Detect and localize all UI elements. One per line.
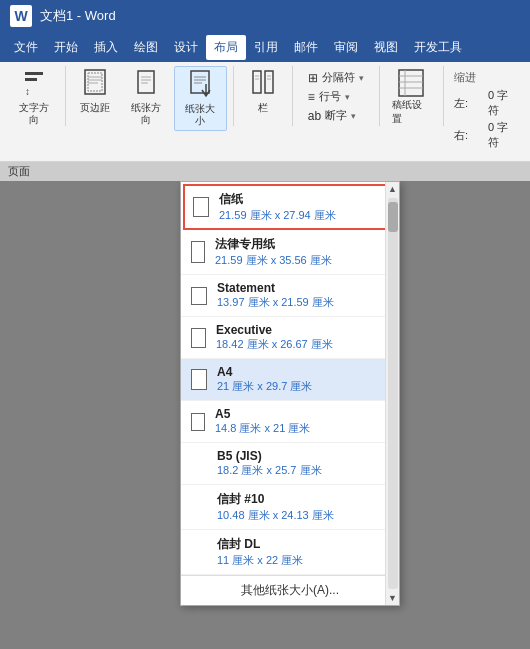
b5-item-text: B5 (JIS) 18.2 厘米 x 25.7 厘米 bbox=[191, 449, 322, 478]
letter-name: 信纸 bbox=[219, 191, 336, 208]
hyphenation-label: 断字 bbox=[325, 108, 347, 123]
dropdown-item-envdl[interactable]: 信封 DL 11 厘米 x 22 厘米 bbox=[181, 530, 399, 575]
page-size-icon bbox=[188, 70, 212, 101]
ribbon-margins[interactable]: 页边距 bbox=[72, 66, 118, 117]
orientation-label: 纸张方向 bbox=[126, 102, 165, 126]
indent-section: 缩进 左: 0 字符 右: 0 字符 bbox=[450, 66, 522, 155]
indent-right-label: 右: bbox=[454, 128, 484, 143]
letter-item-text: 信纸 21.59 厘米 x 27.94 厘米 bbox=[219, 191, 336, 223]
legal-item-text: 法律专用纸 21.59 厘米 x 35.56 厘米 bbox=[215, 236, 332, 268]
divider-5 bbox=[443, 66, 444, 126]
dropdown-item-b5[interactable]: B5 (JIS) 18.2 厘米 x 25.7 厘米 bbox=[181, 443, 399, 485]
dropdown-item-executive[interactable]: Executive 18.42 厘米 x 26.67 厘米 bbox=[181, 317, 399, 359]
legal-paper-icon bbox=[191, 241, 205, 263]
envdl-name: 信封 DL bbox=[217, 536, 303, 553]
menu-draw[interactable]: 绘图 bbox=[126, 35, 166, 60]
menu-developer[interactable]: 开发工具 bbox=[406, 35, 470, 60]
columns-label: 栏 bbox=[258, 102, 268, 114]
svg-rect-8 bbox=[138, 71, 154, 93]
a4-name: A4 bbox=[217, 365, 312, 379]
menu-layout[interactable]: 布局 bbox=[206, 35, 246, 60]
indent-left-value: 0 字符 bbox=[488, 88, 518, 118]
dropdown-item-letter[interactable]: 信纸 21.59 厘米 x 27.94 厘米 bbox=[183, 184, 397, 230]
ribbon-text-direction[interactable]: ↕ 文字方向 bbox=[8, 66, 59, 129]
divider-4 bbox=[379, 66, 380, 126]
letter-paper-icon bbox=[193, 197, 209, 217]
menu-bar: 文件 开始 插入 绘图 设计 布局 引用 邮件 审阅 视图 开发工具 bbox=[0, 32, 530, 62]
dropdown-item-legal[interactable]: 法律专用纸 21.59 厘米 x 35.56 厘米 bbox=[181, 230, 399, 275]
svg-rect-23 bbox=[399, 70, 423, 96]
menu-design[interactable]: 设计 bbox=[166, 35, 206, 60]
ribbon-orientation[interactable]: 纸张方向 bbox=[120, 66, 171, 129]
envdl-size: 11 厘米 x 22 厘米 bbox=[217, 553, 303, 568]
a5-name: A5 bbox=[215, 407, 310, 421]
separator-icon: ⊞ bbox=[308, 71, 318, 85]
svg-rect-17 bbox=[253, 71, 261, 93]
hyphenation-chevron: ▾ bbox=[351, 111, 356, 121]
dropdown-footer[interactable]: 其他纸张大小(A)... bbox=[181, 575, 399, 605]
ribbon-separator[interactable]: ⊞ 分隔符 ▾ bbox=[303, 68, 369, 87]
scroll-thumb[interactable] bbox=[388, 202, 398, 232]
indent-left-label: 左: bbox=[454, 96, 484, 111]
dropdown-item-a4[interactable]: A4 21 厘米 x 29.7 厘米 bbox=[181, 359, 399, 401]
window-title: 文档1 - Word bbox=[40, 7, 116, 25]
scroll-up-button[interactable]: ▲ bbox=[386, 182, 400, 196]
legal-name: 法律专用纸 bbox=[215, 236, 332, 253]
dropdown-item-a5[interactable]: A5 14.8 厘米 x 21 厘米 bbox=[181, 401, 399, 443]
indent-title: 缩进 bbox=[454, 70, 518, 85]
divider-2 bbox=[233, 66, 234, 126]
letter-size: 21.59 厘米 x 27.94 厘米 bbox=[219, 208, 336, 223]
menu-mailings[interactable]: 邮件 bbox=[286, 35, 326, 60]
line-numbers-icon: ≡ bbox=[308, 90, 315, 104]
svg-text:↕: ↕ bbox=[25, 86, 30, 97]
scroll-track bbox=[388, 198, 398, 589]
menu-review[interactable]: 审阅 bbox=[326, 35, 366, 60]
scroll-down-button[interactable]: ▼ bbox=[386, 591, 400, 605]
dropdown-item-statement[interactable]: Statement 13.97 厘米 x 21.59 厘米 bbox=[181, 275, 399, 317]
menu-insert[interactable]: 插入 bbox=[86, 35, 126, 60]
executive-name: Executive bbox=[216, 323, 333, 337]
statement-name: Statement bbox=[217, 281, 334, 295]
menu-view[interactable]: 视图 bbox=[366, 35, 406, 60]
hyphenation-icon: ab bbox=[308, 109, 321, 123]
page-size-label: 纸张大小 bbox=[181, 103, 220, 127]
title-bar: W 文档1 - Word bbox=[0, 0, 530, 32]
a4-paper-icon bbox=[191, 369, 207, 390]
page-area-bar: 页面 bbox=[0, 162, 530, 181]
divider-3 bbox=[292, 66, 293, 126]
a5-item-text: A5 14.8 厘米 x 21 厘米 bbox=[215, 407, 310, 436]
menu-references[interactable]: 引用 bbox=[246, 35, 286, 60]
a4-size: 21 厘米 x 29.7 厘米 bbox=[217, 379, 312, 394]
statement-paper-icon bbox=[191, 287, 207, 305]
divider-1 bbox=[65, 66, 66, 126]
margins-label: 页边距 bbox=[80, 102, 110, 114]
menu-file[interactable]: 文件 bbox=[6, 35, 46, 60]
ribbon: ↕ 文字方向 页边距 bbox=[0, 62, 530, 162]
svg-rect-18 bbox=[265, 71, 273, 93]
line-numbers-chevron: ▾ bbox=[345, 92, 350, 102]
menu-home[interactable]: 开始 bbox=[46, 35, 86, 60]
legal-size: 21.59 厘米 x 35.56 厘米 bbox=[215, 253, 332, 268]
svg-rect-4 bbox=[88, 73, 102, 91]
dropdown-item-env10[interactable]: 信封 #10 10.48 厘米 x 24.13 厘米 bbox=[181, 485, 399, 530]
margins-icon bbox=[83, 69, 107, 100]
ribbon-hyphenation[interactable]: ab 断字 ▾ bbox=[303, 106, 369, 125]
env10-item-text: 信封 #10 10.48 厘米 x 24.13 厘米 bbox=[191, 491, 334, 523]
ribbon-draft-paper[interactable]: 稿纸设置 bbox=[392, 68, 431, 126]
ribbon-line-numbers[interactable]: ≡ 行号 ▾ bbox=[303, 87, 369, 106]
text-direction-label: 文字方向 bbox=[14, 102, 53, 126]
a4-item-text: A4 21 厘米 x 29.7 厘米 bbox=[217, 365, 312, 394]
svg-rect-1 bbox=[25, 78, 37, 81]
word-app-icon: W bbox=[10, 5, 32, 27]
env10-name: 信封 #10 bbox=[217, 491, 334, 508]
paper-size-dropdown: 信纸 21.59 厘米 x 27.94 厘米 法律专用纸 21.59 厘米 x … bbox=[180, 181, 400, 606]
dropdown-scrollbar[interactable]: ▲ ▼ bbox=[385, 182, 399, 605]
statement-size: 13.97 厘米 x 21.59 厘米 bbox=[217, 295, 334, 310]
ribbon-page-size[interactable]: 纸张大小 bbox=[174, 66, 227, 131]
ribbon-columns[interactable]: 栏 bbox=[240, 66, 286, 117]
statement-item-text: Statement 13.97 厘米 x 21.59 厘米 bbox=[217, 281, 334, 310]
line-numbers-label: 行号 bbox=[319, 89, 341, 104]
draft-paper-label: 稿纸设置 bbox=[392, 98, 431, 126]
executive-item-text: Executive 18.42 厘米 x 26.67 厘米 bbox=[216, 323, 333, 352]
indent-right-value: 0 字符 bbox=[488, 120, 518, 150]
